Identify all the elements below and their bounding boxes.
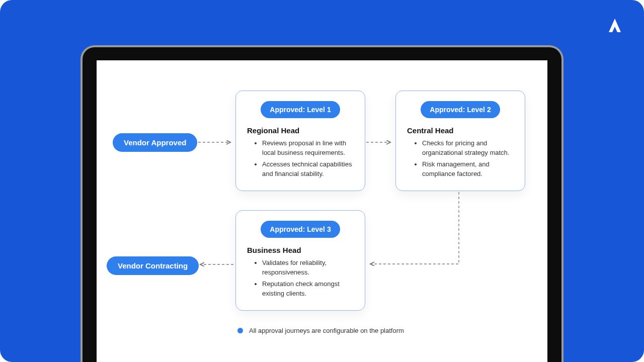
badge-level-3: Approved: Level 3 <box>261 221 340 238</box>
list-item: Reviews proposal in line with local busi… <box>262 139 354 158</box>
legend-text: All approval journeys are configurable o… <box>249 327 404 334</box>
legend: All approval journeys are configurable o… <box>237 327 404 334</box>
node-vendor-approved: Vendor Approved <box>113 133 197 152</box>
title-level-2: Central Head <box>407 126 514 135</box>
bullets-level-1: Reviews proposal in line with local busi… <box>247 139 354 178</box>
legend-dot-icon <box>237 328 243 333</box>
arrow-level1-to-level2 <box>365 138 395 146</box>
badge-level-2: Approved: Level 2 <box>421 101 500 118</box>
list-item: Validates for reliability, responsivenes… <box>262 258 354 278</box>
title-level-3: Business Head <box>247 246 354 254</box>
arrow-start-to-level1 <box>197 138 235 146</box>
list-item: Reputation check amongst existing client… <box>262 280 354 299</box>
bullets-level-3: Validates for reliability, responsivenes… <box>247 258 354 298</box>
arrow-level2-to-level3 <box>365 191 466 272</box>
card-level-1: Approved: Level 1 Regional Head Reviews … <box>235 90 365 191</box>
page-canvas: Vendor Approved Approved: Level 1 Region… <box>0 0 644 362</box>
card-level-3: Approved: Level 3 Business Head Validate… <box>235 210 365 311</box>
title-level-1: Regional Head <box>247 126 354 135</box>
list-item: Checks for pricing and organizational st… <box>422 139 514 158</box>
brand-logo-icon <box>606 17 624 37</box>
list-item: Accesses technical capabilities and fina… <box>262 160 354 179</box>
badge-level-1: Approved: Level 1 <box>261 101 340 118</box>
card-level-2: Approved: Level 2 Central Head Checks fo… <box>395 90 525 191</box>
diagram-screen: Vendor Approved Approved: Level 1 Region… <box>97 60 547 362</box>
arrow-level3-to-end <box>195 260 235 268</box>
node-vendor-contracting: Vendor Contracting <box>107 256 199 275</box>
bullets-level-2: Checks for pricing and organizational st… <box>407 139 514 178</box>
list-item: Risk management, and compliance factored… <box>422 160 514 179</box>
laptop-frame: Vendor Approved Approved: Level 1 Region… <box>80 45 564 362</box>
